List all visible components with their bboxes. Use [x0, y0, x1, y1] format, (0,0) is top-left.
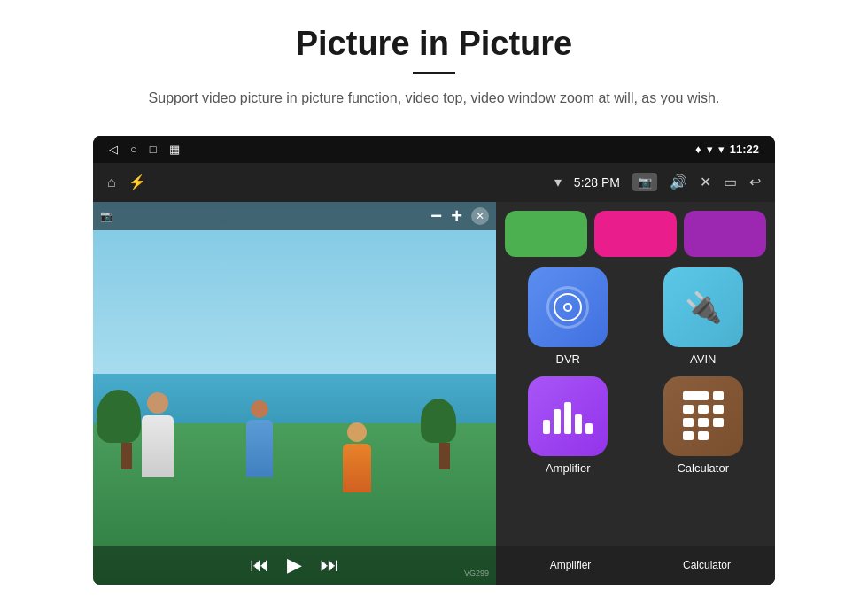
status-indicators: ♦ ▾ ▾ 11:22 [695, 143, 759, 156]
pip-controls-right: − + ✕ [430, 205, 489, 228]
recent-icon[interactable]: □ [150, 143, 157, 156]
page-title: Picture in Picture [53, 25, 815, 63]
calc-key-wide [683, 391, 709, 400]
amp-bars [543, 399, 593, 434]
amplifier-label: Amplifier [546, 461, 591, 475]
calc-grid [678, 386, 729, 445]
apps-area: DVR 🔌 AVIN [496, 202, 775, 585]
amplifier-icon-box [528, 376, 608, 456]
amp-bar-1 [543, 420, 550, 434]
dvr-label: DVR [556, 352, 580, 366]
calc-key-6 [698, 418, 709, 427]
amp-bar-5 [585, 423, 593, 434]
back-icon[interactable]: ◁ [109, 143, 118, 156]
avin-label: AVIN [690, 352, 716, 366]
media-icon[interactable]: ▦ [169, 143, 180, 156]
close-nav-icon[interactable]: ✕ [700, 174, 711, 190]
calc-key-1 [713, 391, 724, 400]
calculator-label: Calculator [677, 461, 729, 475]
app-amplifier[interactable]: Amplifier [505, 376, 632, 475]
nav-buttons: ◁ ○ □ ▦ [109, 143, 180, 156]
bottom-label-calculator: Calculator [639, 546, 775, 585]
nav-right: ▾ 5:28 PM 📷 🔊 ✕ ▭ ↩ [554, 173, 761, 191]
amp-bar-4 [575, 414, 582, 434]
bottom-label-amplifier: Amplifier [502, 546, 639, 585]
pip-plus-btn[interactable]: + [451, 205, 462, 228]
pip-next-btn[interactable]: ⏭ [320, 554, 339, 577]
pip-close-btn[interactable]: ✕ [471, 207, 489, 225]
dvr-inner [546, 286, 589, 329]
dvr-icon-box [528, 267, 608, 347]
pip-video: 📷 − + ✕ ⏮ ▶ ⏭ VG299 [93, 202, 496, 585]
amp-bar-2 [554, 409, 561, 434]
person-2 [246, 400, 273, 477]
wifi-nav-icon: ▾ [554, 174, 562, 190]
avin-icon-box: 🔌 [663, 267, 743, 347]
home-nav-icon[interactable]: ⌂ [107, 174, 116, 190]
pip-prev-btn[interactable]: ⏮ [250, 554, 269, 577]
tree-left [113, 390, 141, 469]
pip-play-btn[interactable]: ▶ [287, 554, 302, 577]
signal-icon: ▾ [718, 143, 725, 156]
pip-watermark: VG299 [464, 569, 489, 577]
tree-right [433, 399, 456, 469]
calc-key-2 [683, 405, 694, 414]
apps-grid: DVR 🔌 AVIN [505, 267, 766, 475]
pip-cam-icon: 📷 [100, 210, 113, 222]
back-nav-icon[interactable]: ↩ [749, 174, 761, 190]
nav-bar: ⌂ ⚡ ▾ 5:28 PM 📷 🔊 ✕ ▭ ↩ [93, 163, 775, 202]
person-1 [142, 392, 174, 477]
calc-key-8 [683, 431, 694, 440]
location-icon: ♦ [695, 143, 701, 156]
avin-icon-glyph: 🔌 [685, 290, 722, 325]
calculator-icon-box [663, 376, 743, 456]
beach-scene [93, 202, 496, 585]
pip-playback: ⏮ ▶ ⏭ [93, 546, 496, 585]
nav-left: ⌂ ⚡ [107, 174, 146, 190]
calc-key-7 [713, 418, 724, 427]
app-avin[interactable]: 🔌 AVIN [640, 267, 767, 366]
usb-icon[interactable]: ⚡ [128, 174, 146, 190]
person-3 [343, 422, 371, 492]
status-time: 11:22 [730, 143, 759, 156]
app-calculator[interactable]: Calculator [640, 376, 767, 475]
top-app-2[interactable] [594, 211, 677, 257]
calc-key-3 [698, 405, 709, 414]
amp-bar-3 [564, 402, 571, 434]
calc-key-5 [683, 418, 694, 427]
window-icon[interactable]: ▭ [724, 174, 737, 190]
title-underline [413, 72, 455, 74]
volume-icon[interactable]: 🔊 [670, 174, 687, 190]
top-app-1[interactable] [505, 211, 587, 257]
page-header: Picture in Picture Support video picture… [0, 0, 868, 124]
calc-key-4 [713, 405, 724, 414]
status-bar: ◁ ○ □ ▦ ♦ ▾ ▾ 11:22 [93, 136, 775, 163]
page-subtitle: Support video picture in picture functio… [102, 87, 766, 110]
device-frame: ◁ ○ □ ▦ ♦ ▾ ▾ 11:22 ⌂ ⚡ ▾ 5:28 PM 📷 🔊 ✕ … [93, 136, 775, 585]
camera-icon[interactable]: 📷 [632, 173, 657, 191]
app-dvr[interactable]: DVR [505, 267, 632, 366]
calc-key-9 [698, 431, 709, 440]
top-app-3[interactable] [684, 211, 766, 257]
dvr-dot [563, 303, 572, 312]
home-icon[interactable]: ○ [130, 143, 137, 156]
wifi-icon: ▾ [707, 143, 713, 156]
pip-minus-btn[interactable]: − [430, 205, 442, 228]
nav-time: 5:28 PM [574, 175, 620, 190]
screen-content: 📷 − + ✕ ⏮ ▶ ⏭ VG299 [93, 202, 775, 585]
pip-overlay[interactable]: 📷 − + ✕ ⏮ ▶ ⏭ VG299 [93, 202, 496, 585]
pip-controls-bar: 📷 − + ✕ [93, 202, 496, 230]
apps-top-row [505, 211, 766, 257]
